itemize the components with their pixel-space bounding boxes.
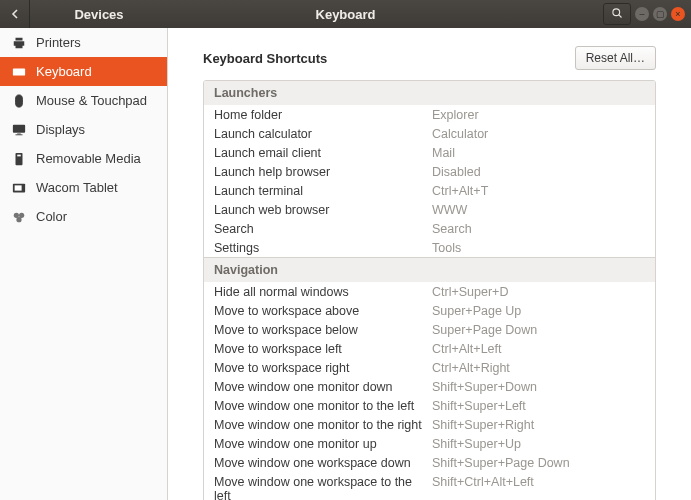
- shortcut-action: Move to workspace left: [214, 342, 432, 356]
- shortcut-keys: Shift+Ctrl+Alt+Left: [432, 475, 645, 501]
- sidebar-item-color[interactable]: Color: [0, 202, 167, 231]
- shortcut-row[interactable]: Move window one monitor to the rightShif…: [204, 415, 655, 434]
- search-button[interactable]: [603, 3, 631, 25]
- shortcut-action: Move window one workspace down: [214, 456, 432, 470]
- shortcut-row[interactable]: Launch help browserDisabled: [204, 162, 655, 181]
- shortcut-keys: Tools: [432, 241, 645, 255]
- sidebar-item-wacom-tablet[interactable]: Wacom Tablet: [0, 173, 167, 202]
- shortcut-keys: Super+Page Up: [432, 304, 645, 318]
- shortcut-action: Hide all normal windows: [214, 285, 432, 299]
- shortcut-keys: Mail: [432, 146, 645, 160]
- shortcut-keys: Search: [432, 222, 645, 236]
- shortcut-action: Launch web browser: [214, 203, 432, 217]
- sidebar-item-label: Wacom Tablet: [36, 180, 118, 195]
- svg-point-0: [613, 8, 620, 15]
- headerbar: Devices Keyboard – ▢ ×: [0, 0, 691, 28]
- shortcut-action: Move window one workspace to the left: [214, 475, 432, 501]
- window-minimize[interactable]: –: [635, 7, 649, 21]
- shortcut-row[interactable]: Move window one monitor to the leftShift…: [204, 396, 655, 415]
- chevron-left-icon: [10, 7, 20, 22]
- svg-rect-4: [17, 70, 18, 71]
- displays-icon: [12, 123, 26, 137]
- sidebar: PrintersKeyboardMouse & TouchpadDisplays…: [0, 28, 168, 500]
- shortcut-action: Launch email client: [214, 146, 432, 160]
- sidebar-item-label: Color: [36, 209, 67, 224]
- mouse-icon: [12, 94, 26, 108]
- sidebar-item-label: Displays: [36, 122, 85, 137]
- shortcut-keys: Shift+Super+Page Down: [432, 456, 645, 470]
- close-icon: ×: [675, 9, 680, 19]
- shortcut-keys: Disabled: [432, 165, 645, 179]
- minimize-icon: –: [639, 9, 644, 19]
- shortcut-keys: Explorer: [432, 108, 645, 122]
- shortcut-row[interactable]: Launch web browserWWW: [204, 200, 655, 219]
- maximize-icon: ▢: [656, 9, 665, 19]
- printer-icon: [12, 36, 26, 50]
- headerbar-right: – ▢ ×: [603, 3, 691, 25]
- shortcut-keys: Ctrl+Alt+Left: [432, 342, 645, 356]
- shortcut-keys: Shift+Super+Up: [432, 437, 645, 451]
- svg-rect-5: [20, 70, 21, 71]
- shortcut-row[interactable]: Move to workspace leftCtrl+Alt+Left: [204, 339, 655, 358]
- search-icon: [611, 7, 623, 22]
- sidebar-item-label: Keyboard: [36, 64, 92, 79]
- svg-rect-2: [13, 68, 25, 75]
- color-icon: [12, 210, 26, 224]
- svg-line-1: [619, 14, 622, 17]
- shortcut-action: Move window one monitor to the right: [214, 418, 432, 432]
- shortcut-row[interactable]: Launch calculatorCalculator: [204, 124, 655, 143]
- shortcut-row[interactable]: Launch terminalCtrl+Alt+T: [204, 181, 655, 200]
- shortcut-row[interactable]: Move window one monitor upShift+Super+Up: [204, 434, 655, 453]
- shortcut-keys: Shift+Super+Down: [432, 380, 645, 394]
- shortcut-row[interactable]: Move window one workspace downShift+Supe…: [204, 453, 655, 472]
- back-button[interactable]: [0, 0, 30, 28]
- shortcut-action: Launch calculator: [214, 127, 432, 141]
- shortcut-action: Launch help browser: [214, 165, 432, 179]
- sidebar-item-displays[interactable]: Displays: [0, 115, 167, 144]
- group-header: Launchers: [204, 81, 655, 105]
- sidebar-item-mouse-touchpad[interactable]: Mouse & Touchpad: [0, 86, 167, 115]
- tablet-icon: [12, 181, 26, 195]
- window-close[interactable]: ×: [671, 7, 685, 21]
- shortcut-keys: Shift+Super+Left: [432, 399, 645, 413]
- shortcut-row[interactable]: Move to workspace rightCtrl+Alt+Right: [204, 358, 655, 377]
- sidebar-item-label: Removable Media: [36, 151, 141, 166]
- reset-all-button[interactable]: Reset All…: [575, 46, 656, 70]
- group-header: Navigation: [204, 257, 655, 282]
- shortcut-keys: Super+Page Down: [432, 323, 645, 337]
- svg-rect-6: [16, 72, 23, 73]
- shortcut-row[interactable]: Move to workspace aboveSuper+Page Up: [204, 301, 655, 320]
- shortcut-row[interactable]: Launch email clientMail: [204, 143, 655, 162]
- sidebar-item-label: Printers: [36, 35, 81, 50]
- shortcut-row[interactable]: Hide all normal windowsCtrl+Super+D: [204, 282, 655, 301]
- page-heading: Keyboard Shortcuts: [203, 51, 327, 66]
- shortcut-row[interactable]: Move to workspace belowSuper+Page Down: [204, 320, 655, 339]
- shortcut-action: Home folder: [214, 108, 432, 122]
- shortcut-row[interactable]: SearchSearch: [204, 219, 655, 238]
- window-maximize[interactable]: ▢: [653, 7, 667, 21]
- removable-media-icon: [12, 152, 26, 166]
- sidebar-item-label: Mouse & Touchpad: [36, 93, 147, 108]
- svg-rect-11: [17, 154, 21, 156]
- shortcut-row[interactable]: Home folderExplorer: [204, 105, 655, 124]
- shortcut-keys: Ctrl+Alt+Right: [432, 361, 645, 375]
- shortcut-action: Move to workspace right: [214, 361, 432, 375]
- svg-rect-9: [16, 134, 23, 135]
- shortcut-row[interactable]: SettingsTools: [204, 238, 655, 257]
- keyboard-icon: [12, 65, 26, 79]
- shortcut-row[interactable]: Move window one monitor downShift+Super+…: [204, 377, 655, 396]
- sidebar-item-removable-media[interactable]: Removable Media: [0, 144, 167, 173]
- svg-point-16: [16, 217, 21, 222]
- svg-point-14: [14, 212, 19, 217]
- shortcut-keys: Ctrl+Alt+T: [432, 184, 645, 198]
- shortcut-action: Search: [214, 222, 432, 236]
- sidebar-item-keyboard[interactable]: Keyboard: [0, 57, 167, 86]
- shortcut-row[interactable]: Move window one workspace to the leftShi…: [204, 472, 655, 500]
- shortcut-keys: Calculator: [432, 127, 645, 141]
- shortcut-action: Settings: [214, 241, 432, 255]
- headerbar-left-title: Devices: [30, 7, 168, 22]
- shortcut-keys: Shift+Super+Right: [432, 418, 645, 432]
- sidebar-item-printers[interactable]: Printers: [0, 28, 167, 57]
- shortcut-action: Move window one monitor to the left: [214, 399, 432, 413]
- svg-point-15: [19, 212, 24, 217]
